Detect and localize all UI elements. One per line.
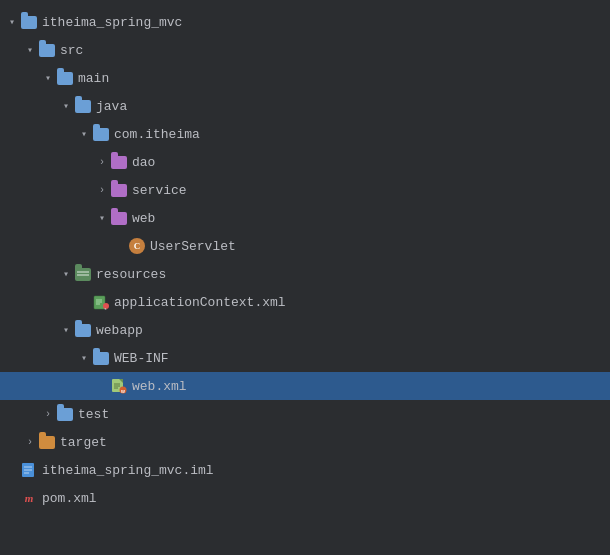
arrow-icon[interactable]: [76, 350, 92, 366]
folder-icon: [56, 405, 74, 423]
arrow-icon[interactable]: [40, 70, 56, 86]
tree-row-webxml[interactable]: w web.xml: [0, 372, 610, 400]
tree-row-web[interactable]: web: [0, 204, 610, 232]
arrow-icon[interactable]: [94, 154, 110, 170]
tree-item-label: java: [96, 99, 127, 114]
tree-row-dao[interactable]: dao: [0, 148, 610, 176]
tree-item-label: main: [78, 71, 109, 86]
arrow-icon[interactable]: [4, 14, 20, 30]
folder-icon: [92, 125, 110, 143]
tree-row-root[interactable]: itheima_spring_mvc: [0, 8, 610, 36]
arrow-icon[interactable]: [94, 210, 110, 226]
tree-row-java[interactable]: java: [0, 92, 610, 120]
java-class-icon: C: [128, 237, 146, 255]
tree-row-src[interactable]: src: [0, 36, 610, 64]
arrow-icon[interactable]: [94, 182, 110, 198]
tree-item-label: web: [132, 211, 155, 226]
tree-row-webapp[interactable]: webapp: [0, 316, 610, 344]
tree-row-target[interactable]: target: [0, 428, 610, 456]
folder-icon: [74, 97, 92, 115]
tree-item-label: com.itheima: [114, 127, 200, 142]
folder-dao-icon: [110, 153, 128, 171]
web-xml-icon: w: [110, 377, 128, 395]
tree-item-label: webapp: [96, 323, 143, 338]
tree-item-label: pom.xml: [42, 491, 97, 506]
arrow-icon[interactable]: [22, 42, 38, 58]
folder-icon: [56, 69, 74, 87]
tree-item-label: service: [132, 183, 187, 198]
tree-item-label: UserServlet: [150, 239, 236, 254]
tree-item-label: test: [78, 407, 109, 422]
tree-row-pom[interactable]: mpom.xml: [0, 484, 610, 512]
tree-row-test[interactable]: test: [0, 400, 610, 428]
tree-row-com-itheima[interactable]: com.itheima: [0, 120, 610, 148]
folder-icon: [20, 13, 38, 31]
arrow-icon[interactable]: [22, 434, 38, 450]
tree-row-webinf[interactable]: WEB-INF: [0, 344, 610, 372]
spring-xml-icon: s: [92, 293, 110, 311]
maven-icon: m: [20, 489, 38, 507]
folder-icon: [74, 321, 92, 339]
folder-icon: [92, 349, 110, 367]
folder-orange-icon: [38, 433, 56, 451]
svg-text:w: w: [120, 388, 125, 394]
folder-resources-icon: [74, 265, 92, 283]
tree-row-service[interactable]: service: [0, 176, 610, 204]
arrow-icon[interactable]: [76, 126, 92, 142]
tree-item-label: resources: [96, 267, 166, 282]
tree-item-label: WEB-INF: [114, 351, 169, 366]
tree-item-label: src: [60, 43, 83, 58]
tree-row-resources[interactable]: resources: [0, 260, 610, 288]
tree-item-label: applicationContext.xml: [114, 295, 286, 310]
folder-icon: [38, 41, 56, 59]
tree-item-label: itheima_spring_mvc.iml: [42, 463, 214, 478]
svg-text:s: s: [105, 306, 107, 311]
tree-item-label: itheima_spring_mvc: [42, 15, 182, 30]
arrow-icon[interactable]: [40, 406, 56, 422]
tree-row-iml[interactable]: itheima_spring_mvc.iml: [0, 456, 610, 484]
tree-item-label: target: [60, 435, 107, 450]
folder-service-icon: [110, 181, 128, 199]
tree-item-label: dao: [132, 155, 155, 170]
tree-row-main[interactable]: main: [0, 64, 610, 92]
arrow-icon[interactable]: [58, 266, 74, 282]
tree-item-label: web.xml: [132, 379, 187, 394]
arrow-icon[interactable]: [58, 98, 74, 114]
tree-row-applicationcontext[interactable]: s applicationContext.xml: [0, 288, 610, 316]
file-tree: itheima_spring_mvcsrcmainjavacom.itheima…: [0, 0, 610, 520]
arrow-icon[interactable]: [58, 322, 74, 338]
folder-web-package-icon: [110, 209, 128, 227]
tree-row-userservlet[interactable]: CUserServlet: [0, 232, 610, 260]
iml-file-icon: [20, 461, 38, 479]
